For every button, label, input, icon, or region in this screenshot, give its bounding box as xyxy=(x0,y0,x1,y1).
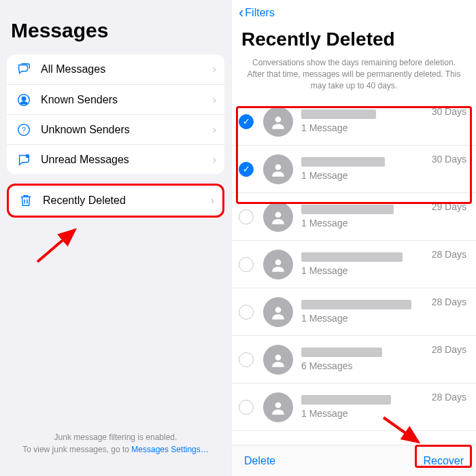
conversation-info: 6 Messages xyxy=(301,347,426,371)
avatar-icon xyxy=(263,202,293,232)
filter-label: All Messages xyxy=(41,63,213,75)
recently-deleted-pane: ‹ Filters Recently Deleted Conversations… xyxy=(231,0,476,476)
person-question-icon: ? xyxy=(15,122,33,137)
message-count: 6 Messages xyxy=(301,360,426,371)
chevron-right-icon: › xyxy=(213,94,216,106)
conversation-info: 1 Message xyxy=(301,157,426,181)
person-circle-icon xyxy=(15,92,33,107)
page-title: Messages xyxy=(7,0,224,54)
info-note: Conversations show the days remaining be… xyxy=(232,57,476,98)
days-remaining: 28 Days xyxy=(432,248,466,260)
filter-label: Unread Messages xyxy=(41,154,213,166)
redacted-name xyxy=(301,395,391,405)
redacted-name xyxy=(301,205,394,214)
svg-text:?: ? xyxy=(22,126,26,133)
conversation-info: 1 Message xyxy=(301,252,426,276)
chat-dot-icon xyxy=(15,152,33,167)
chevron-left-icon: ‹ xyxy=(239,5,243,20)
avatar-icon xyxy=(263,345,293,375)
filter-known-senders[interactable]: Known Senders › xyxy=(7,84,224,114)
svg-point-6 xyxy=(275,116,282,122)
svg-point-11 xyxy=(275,354,282,360)
avatar-icon xyxy=(263,392,293,422)
filter-list: All Messages › Known Senders › ? Unknown… xyxy=(7,54,224,174)
redacted-name xyxy=(301,252,403,262)
days-remaining: 30 Days xyxy=(432,105,466,117)
conversation-info: 1 Message xyxy=(301,205,426,228)
days-remaining: 28 Days xyxy=(432,343,466,355)
conversation-info: 1 Message xyxy=(301,300,426,324)
select-checkbox[interactable]: ✓ xyxy=(239,114,254,129)
redacted-name xyxy=(301,300,411,309)
select-checkbox[interactable] xyxy=(239,352,254,367)
redacted-name xyxy=(301,157,385,167)
days-remaining: 28 Days xyxy=(432,390,466,403)
filter-recently-deleted-highlight: Recently Deleted › xyxy=(7,184,224,218)
select-checkbox[interactable] xyxy=(239,257,254,272)
select-checkbox[interactable] xyxy=(239,400,254,415)
conversation-list: ✓1 Message30 Days✓1 Message30 Days1 Mess… xyxy=(232,98,476,445)
filter-label: Unknown Senders xyxy=(41,124,213,136)
conversation-row[interactable]: ✓1 Message30 Days xyxy=(232,146,476,193)
message-count: 1 Message xyxy=(301,313,426,324)
chevron-right-icon: › xyxy=(213,63,216,75)
back-button[interactable]: ‹ Filters xyxy=(232,0,476,26)
svg-point-7 xyxy=(275,164,282,170)
svg-point-9 xyxy=(275,259,282,265)
avatar-icon xyxy=(263,250,293,279)
messages-settings-link[interactable]: Messages Settings… xyxy=(131,445,208,454)
conversation-row[interactable]: ✓1 Message30 Days xyxy=(232,98,476,146)
avatar-icon xyxy=(263,107,293,137)
avatar-icon xyxy=(263,297,293,327)
redacted-name xyxy=(301,109,376,119)
recover-button[interactable]: Recover xyxy=(423,455,464,467)
footer-note: Junk message filtering is enabled. To vi… xyxy=(7,431,224,476)
message-count: 1 Message xyxy=(301,170,426,181)
conversation-row[interactable]: 1 Message28 Days xyxy=(232,241,476,288)
conversation-info: 1 Message xyxy=(301,109,426,133)
filter-all-messages[interactable]: All Messages › xyxy=(7,54,224,84)
chat-bubbles-icon xyxy=(15,62,33,77)
filters-pane: Messages All Messages › Known Senders › … xyxy=(0,0,231,476)
svg-point-10 xyxy=(275,307,282,313)
select-checkbox[interactable] xyxy=(239,305,254,320)
filter-unknown-senders[interactable]: ? Unknown Senders › xyxy=(7,114,224,144)
days-remaining: 30 Days xyxy=(432,152,466,165)
redacted-name xyxy=(301,347,382,357)
delete-button[interactable]: Delete xyxy=(244,455,275,467)
select-checkbox[interactable]: ✓ xyxy=(239,162,254,177)
svg-point-8 xyxy=(275,211,282,218)
days-remaining: 29 Days xyxy=(432,200,466,212)
filter-label: Known Senders xyxy=(41,94,213,106)
svg-point-12 xyxy=(275,402,282,408)
filter-recently-deleted[interactable]: Recently Deleted › xyxy=(9,186,222,216)
select-checkbox[interactable] xyxy=(239,209,254,224)
conversation-row[interactable]: 1 Message29 Days xyxy=(232,193,476,241)
footer-line2: To view junk messages, go to Messages Se… xyxy=(7,443,224,456)
chevron-right-icon: › xyxy=(213,124,216,136)
conversation-info: 1 Message xyxy=(301,395,426,419)
avatar-icon xyxy=(263,154,293,184)
chevron-right-icon: › xyxy=(213,154,216,166)
filter-label: Recently Deleted xyxy=(43,194,211,207)
message-count: 1 Message xyxy=(301,408,426,419)
trash-icon xyxy=(17,193,35,208)
svg-line-5 xyxy=(37,230,75,262)
conversation-row[interactable]: 6 Messages28 Days xyxy=(232,336,476,384)
message-count: 1 Message xyxy=(301,122,426,133)
annotation-arrow-icon xyxy=(34,224,88,265)
svg-point-4 xyxy=(26,154,30,158)
footer-line1: Junk message filtering is enabled. xyxy=(7,431,224,443)
conversation-row[interactable]: 1 Message28 Days xyxy=(232,384,476,431)
message-count: 1 Message xyxy=(301,265,426,276)
conversation-row[interactable]: 1 Message28 Days xyxy=(232,288,476,336)
filter-unread-messages[interactable]: Unread Messages › xyxy=(7,144,224,174)
days-remaining: 28 Days xyxy=(432,295,466,307)
message-count: 1 Message xyxy=(301,218,426,228)
svg-point-1 xyxy=(22,97,26,101)
chevron-right-icon: › xyxy=(211,194,214,207)
page-title: Recently Deleted xyxy=(232,26,476,57)
bottom-toolbar: Delete Recover xyxy=(232,445,476,476)
back-label: Filters xyxy=(245,7,275,19)
